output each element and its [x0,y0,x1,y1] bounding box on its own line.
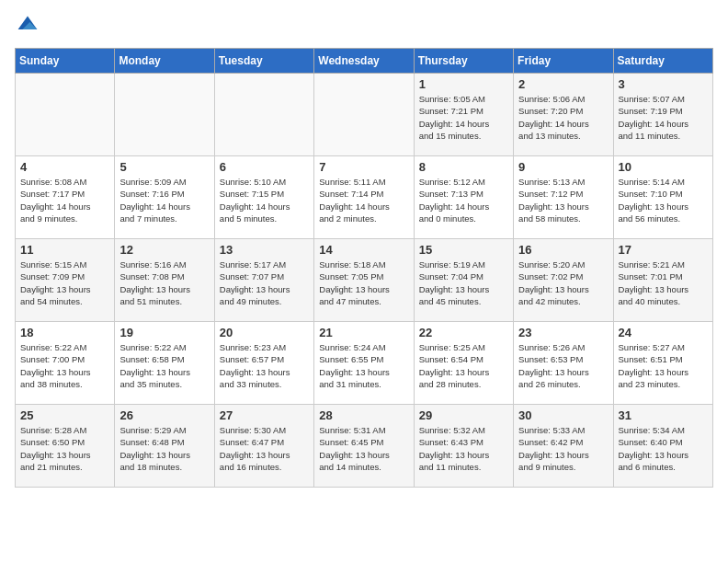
calendar-cell: 8Sunrise: 5:12 AM Sunset: 7:13 PM Daylig… [414,156,513,239]
cell-date-number: 16 [518,243,608,257]
cell-date-number: 23 [518,326,608,339]
cell-info-text: Sunrise: 5:31 AM Sunset: 6:45 PM Dayligh… [319,424,408,473]
cell-date-number: 5 [119,160,209,174]
cell-info-text: Sunrise: 5:26 AM Sunset: 6:53 PM Dayligh… [518,341,608,390]
calendar-cell: 17Sunrise: 5:21 AM Sunset: 7:01 PM Dayli… [613,239,712,322]
calendar-week-row: 11Sunrise: 5:15 AM Sunset: 7:09 PM Dayli… [16,239,713,322]
cell-date-number: 17 [619,243,708,257]
cell-info-text: Sunrise: 5:05 AM Sunset: 7:21 PM Dayligh… [419,93,508,142]
cell-date-number: 30 [518,408,608,422]
calendar-cell: 28Sunrise: 5:31 AM Sunset: 6:45 PM Dayli… [314,405,414,488]
calendar-week-row: 4Sunrise: 5:08 AM Sunset: 7:17 PM Daylig… [16,156,713,239]
calendar-cell: 24Sunrise: 5:27 AM Sunset: 6:51 PM Dayli… [613,322,712,405]
cell-info-text: Sunrise: 5:22 AM Sunset: 6:58 PM Dayligh… [119,341,209,390]
cell-date-number: 19 [119,326,209,339]
cell-info-text: Sunrise: 5:07 AM Sunset: 7:19 PM Dayligh… [619,93,708,142]
cell-date-number: 27 [220,408,309,422]
calendar-cell: 2Sunrise: 5:06 AM Sunset: 7:20 PM Daylig… [514,74,613,156]
cell-date-number: 20 [220,326,309,339]
calendar-cell [314,74,414,156]
calendar-cell: 23Sunrise: 5:26 AM Sunset: 6:53 PM Dayli… [514,322,613,405]
cell-info-text: Sunrise: 5:14 AM Sunset: 7:10 PM Dayligh… [619,176,708,224]
calendar-cell: 9Sunrise: 5:13 AM Sunset: 7:12 PM Daylig… [514,156,613,239]
cell-info-text: Sunrise: 5:33 AM Sunset: 6:42 PM Dayligh… [518,424,608,473]
cell-date-number: 3 [619,77,708,91]
cell-date-number: 9 [518,160,608,174]
cell-date-number: 7 [319,160,408,174]
calendar-week-row: 1Sunrise: 5:05 AM Sunset: 7:21 PM Daylig… [16,74,713,156]
logo [15,15,40,40]
cell-info-text: Sunrise: 5:17 AM Sunset: 7:07 PM Dayligh… [220,259,309,307]
calendar-cell [115,74,214,156]
calendar-cell: 14Sunrise: 5:18 AM Sunset: 7:05 PM Dayli… [314,239,414,322]
cell-date-number: 1 [419,77,508,91]
cell-date-number: 18 [20,326,109,339]
calendar-cell: 15Sunrise: 5:19 AM Sunset: 7:04 PM Dayli… [414,239,513,322]
cell-date-number: 24 [619,326,708,339]
cell-info-text: Sunrise: 5:08 AM Sunset: 7:17 PM Dayligh… [20,176,109,224]
cell-info-text: Sunrise: 5:29 AM Sunset: 6:48 PM Dayligh… [119,424,209,473]
day-header-friday: Friday [514,49,613,74]
cell-date-number: 26 [119,408,209,422]
calendar-cell: 18Sunrise: 5:22 AM Sunset: 7:00 PM Dayli… [16,322,115,405]
calendar-week-row: 25Sunrise: 5:28 AM Sunset: 6:50 PM Dayli… [16,405,713,488]
cell-date-number: 13 [220,243,309,257]
cell-date-number: 11 [20,243,109,257]
cell-date-number: 10 [619,160,708,174]
calendar-cell: 5Sunrise: 5:09 AM Sunset: 7:16 PM Daylig… [115,156,214,239]
day-header-tuesday: Tuesday [214,49,313,74]
calendar-cell: 31Sunrise: 5:34 AM Sunset: 6:40 PM Dayli… [613,405,712,488]
cell-date-number: 12 [119,243,209,257]
calendar-cell: 19Sunrise: 5:22 AM Sunset: 6:58 PM Dayli… [115,322,214,405]
calendar-cell: 16Sunrise: 5:20 AM Sunset: 7:02 PM Dayli… [514,239,613,322]
cell-info-text: Sunrise: 5:16 AM Sunset: 7:08 PM Dayligh… [119,259,209,307]
calendar-cell: 1Sunrise: 5:05 AM Sunset: 7:21 PM Daylig… [414,74,513,156]
cell-info-text: Sunrise: 5:09 AM Sunset: 7:16 PM Dayligh… [119,176,209,224]
cell-date-number: 25 [20,408,109,422]
calendar-cell: 25Sunrise: 5:28 AM Sunset: 6:50 PM Dayli… [16,405,115,488]
cell-info-text: Sunrise: 5:24 AM Sunset: 6:55 PM Dayligh… [319,341,408,390]
cell-date-number: 15 [419,243,508,257]
calendar-cell: 4Sunrise: 5:08 AM Sunset: 7:17 PM Daylig… [16,156,115,239]
calendar-table: SundayMondayTuesdayWednesdayThursdayFrid… [15,48,713,488]
cell-info-text: Sunrise: 5:10 AM Sunset: 7:15 PM Dayligh… [220,176,309,224]
cell-info-text: Sunrise: 5:25 AM Sunset: 6:54 PM Dayligh… [419,341,508,390]
cell-info-text: Sunrise: 5:19 AM Sunset: 7:04 PM Dayligh… [419,259,508,307]
cell-info-text: Sunrise: 5:13 AM Sunset: 7:12 PM Dayligh… [518,176,608,224]
calendar-cell: 27Sunrise: 5:30 AM Sunset: 6:47 PM Dayli… [214,405,313,488]
day-header-monday: Monday [115,49,214,74]
cell-info-text: Sunrise: 5:27 AM Sunset: 6:51 PM Dayligh… [619,341,708,390]
calendar-header-row: SundayMondayTuesdayWednesdayThursdayFrid… [16,49,713,74]
calendar-cell: 26Sunrise: 5:29 AM Sunset: 6:48 PM Dayli… [115,405,214,488]
cell-info-text: Sunrise: 5:15 AM Sunset: 7:09 PM Dayligh… [20,259,109,307]
calendar-cell: 10Sunrise: 5:14 AM Sunset: 7:10 PM Dayli… [613,156,712,239]
logo-icon [17,15,39,37]
calendar-week-row: 18Sunrise: 5:22 AM Sunset: 7:00 PM Dayli… [16,322,713,405]
cell-date-number: 31 [619,408,708,422]
calendar-cell: 21Sunrise: 5:24 AM Sunset: 6:55 PM Dayli… [314,322,414,405]
cell-info-text: Sunrise: 5:23 AM Sunset: 6:57 PM Dayligh… [220,341,309,390]
day-header-saturday: Saturday [613,49,712,74]
calendar-cell: 20Sunrise: 5:23 AM Sunset: 6:57 PM Dayli… [214,322,313,405]
cell-date-number: 21 [319,326,408,339]
cell-info-text: Sunrise: 5:32 AM Sunset: 6:43 PM Dayligh… [419,424,508,473]
day-header-thursday: Thursday [414,49,513,74]
cell-date-number: 4 [20,160,109,174]
calendar-cell: 29Sunrise: 5:32 AM Sunset: 6:43 PM Dayli… [414,405,513,488]
calendar-cell: 7Sunrise: 5:11 AM Sunset: 7:14 PM Daylig… [314,156,414,239]
cell-date-number: 8 [419,160,508,174]
cell-date-number: 28 [319,408,408,422]
cell-date-number: 6 [220,160,309,174]
day-header-sunday: Sunday [16,49,115,74]
cell-info-text: Sunrise: 5:22 AM Sunset: 7:00 PM Dayligh… [20,341,109,390]
cell-info-text: Sunrise: 5:20 AM Sunset: 7:02 PM Dayligh… [518,259,608,307]
cell-info-text: Sunrise: 5:12 AM Sunset: 7:13 PM Dayligh… [419,176,508,224]
calendar-cell [16,74,115,156]
cell-info-text: Sunrise: 5:11 AM Sunset: 7:14 PM Dayligh… [319,176,408,224]
cell-date-number: 22 [419,326,508,339]
cell-date-number: 29 [419,408,508,422]
calendar-cell: 12Sunrise: 5:16 AM Sunset: 7:08 PM Dayli… [115,239,214,322]
calendar-cell: 11Sunrise: 5:15 AM Sunset: 7:09 PM Dayli… [16,239,115,322]
calendar-cell: 13Sunrise: 5:17 AM Sunset: 7:07 PM Dayli… [214,239,313,322]
cell-info-text: Sunrise: 5:30 AM Sunset: 6:47 PM Dayligh… [220,424,309,473]
